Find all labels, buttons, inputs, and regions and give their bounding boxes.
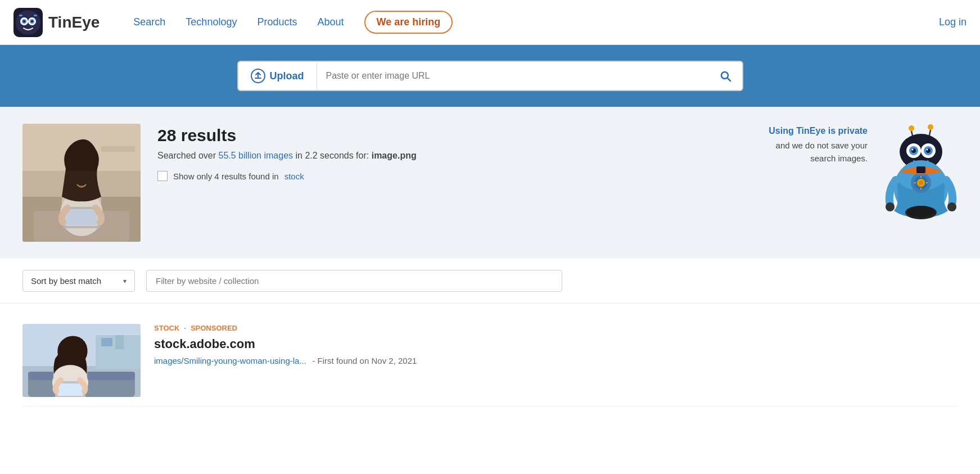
desc-middle: in 2.2 seconds for: bbox=[293, 151, 372, 160]
logo-area: TinEye bbox=[13, 8, 100, 37]
results-description: Searched over 55.5 billion images in 2.2… bbox=[157, 151, 752, 161]
logo-text: TinEye bbox=[48, 13, 100, 31]
svg-rect-52 bbox=[101, 338, 112, 346]
nav-search[interactable]: Search bbox=[133, 16, 165, 28]
svg-rect-53 bbox=[115, 335, 124, 349]
nav-products[interactable]: Products bbox=[257, 16, 297, 28]
svg-point-20 bbox=[909, 125, 914, 131]
svg-rect-11 bbox=[22, 197, 141, 242]
tag-stock: STOCK bbox=[154, 324, 179, 332]
svg-point-1 bbox=[16, 10, 40, 35]
desc-prefix: Searched over bbox=[157, 151, 219, 160]
nav-technology[interactable]: Technology bbox=[186, 16, 237, 28]
table-row: STOCK · SPONSORED stock.adobe.com images… bbox=[22, 315, 958, 407]
svg-rect-18 bbox=[65, 209, 98, 226]
stock-checkbox[interactable] bbox=[157, 171, 168, 181]
results-section: 28 results Searched over 55.5 billion im… bbox=[0, 107, 980, 259]
svg-point-15 bbox=[60, 191, 103, 236]
svg-rect-8 bbox=[19, 15, 22, 16]
stock-filter-text: Show only 4 results found in bbox=[173, 171, 279, 181]
main-nav: Search Technology Products About We are … bbox=[133, 11, 939, 34]
svg-point-46 bbox=[907, 206, 934, 217]
header: TinEye Search Technology Products About … bbox=[0, 0, 980, 45]
upload-label: Upload bbox=[270, 70, 304, 82]
stock-filter-link[interactable]: stock bbox=[284, 171, 304, 181]
tag-dot: · bbox=[184, 324, 186, 332]
result-date: - First found on Nov 2, 2021 bbox=[312, 356, 417, 365]
svg-point-7 bbox=[31, 20, 33, 22]
chevron-down-icon: ▾ bbox=[123, 277, 127, 285]
stock-filter: Show only 4 results found in stock bbox=[157, 171, 752, 181]
result-domain: stock.adobe.com bbox=[154, 337, 958, 351]
url-input[interactable] bbox=[317, 61, 708, 91]
result-info: STOCK · SPONSORED stock.adobe.com images… bbox=[154, 324, 958, 366]
svg-point-37 bbox=[919, 180, 923, 185]
upload-button[interactable]: Upload bbox=[237, 61, 317, 91]
tineye-logo-icon bbox=[13, 8, 43, 37]
sort-filter-bar: Sort by best match ▾ bbox=[0, 259, 980, 304]
svg-point-43 bbox=[886, 202, 895, 211]
svg-point-32 bbox=[927, 149, 928, 151]
search-button[interactable] bbox=[708, 61, 743, 91]
filename: image.png bbox=[372, 151, 417, 160]
searched-image bbox=[22, 124, 141, 242]
result-link[interactable]: images/Smiling-young-woman-using-la... bbox=[154, 356, 306, 365]
search-container: Upload bbox=[237, 61, 743, 91]
sort-dropdown[interactable]: Sort by best match bbox=[31, 276, 118, 286]
svg-rect-19 bbox=[66, 210, 97, 225]
svg-point-31 bbox=[912, 149, 914, 151]
nav-about[interactable]: About bbox=[317, 16, 344, 28]
svg-rect-60 bbox=[57, 383, 83, 396]
svg-point-22 bbox=[928, 124, 933, 130]
sort-select[interactable]: Sort by best match ▾ bbox=[22, 270, 135, 292]
results-info: 28 results Searched over 55.5 billion im… bbox=[157, 124, 752, 181]
robot-mascot bbox=[884, 124, 958, 222]
svg-point-44 bbox=[947, 202, 956, 211]
tag-sponsored: SPONSORED bbox=[191, 324, 237, 332]
privacy-link[interactable]: Using TinEye is private bbox=[769, 126, 868, 136]
billion-images-link[interactable]: 55.5 billion images bbox=[219, 151, 293, 160]
svg-rect-42 bbox=[916, 166, 925, 173]
privacy-section: Using TinEye is private and we do not sa… bbox=[769, 124, 868, 165]
privacy-text: and we do not save yoursearch images. bbox=[769, 139, 868, 165]
filter-input[interactable] bbox=[146, 270, 562, 292]
results-list: STOCK · SPONSORED stock.adobe.com images… bbox=[0, 304, 980, 418]
results-count: 28 results bbox=[157, 126, 752, 145]
hiring-button[interactable]: We are hiring bbox=[364, 11, 453, 34]
upload-icon bbox=[251, 69, 265, 83]
search-bar-section: Upload bbox=[0, 45, 980, 107]
result-thumbnail bbox=[22, 324, 141, 397]
search-icon bbox=[719, 69, 732, 83]
result-tags: STOCK · SPONSORED bbox=[154, 324, 958, 332]
svg-rect-12 bbox=[101, 146, 135, 152]
svg-rect-13 bbox=[34, 211, 129, 242]
svg-point-6 bbox=[23, 20, 25, 22]
login-link[interactable]: Log in bbox=[939, 16, 967, 28]
svg-rect-9 bbox=[34, 15, 37, 16]
svg-point-14 bbox=[62, 174, 101, 231]
svg-rect-17 bbox=[63, 207, 100, 228]
